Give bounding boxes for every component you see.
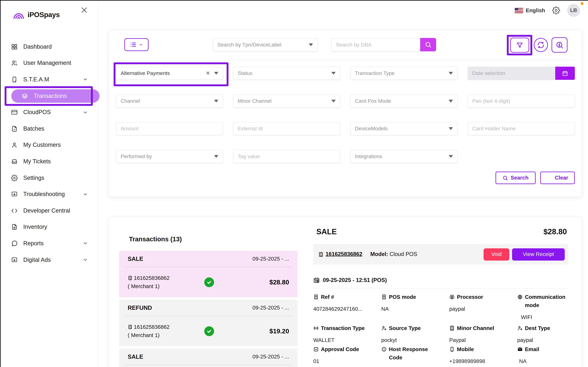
channel-select[interactable]: Channel [116, 94, 223, 108]
sidebar-item-digital-ads[interactable]: Digital Ads [0, 251, 98, 268]
quick-search-button[interactable] [552, 37, 568, 53]
dropdown-caret-icon [214, 155, 218, 158]
chevron-down-icon [83, 110, 88, 115]
sidebar-item-my-tickets[interactable]: My Tickets [0, 153, 98, 170]
amount-input[interactable]: Amount [116, 122, 223, 135]
rainbow-logo-icon [13, 10, 25, 19]
sidebar-item-batches[interactable]: Batches [0, 120, 98, 137]
ipospays-app: iPOSpays Dashboard User Management S.T.E… [0, 0, 588, 367]
window-edge-left [0, 0, 1, 367]
sidebar-item-user-management[interactable]: User Management [0, 55, 98, 71]
minor-channel-select[interactable]: Minor Channel [233, 94, 340, 108]
envelope-icon [517, 347, 523, 352]
code-icon [11, 207, 18, 214]
clear-button[interactable]: Clear [540, 172, 575, 184]
refresh-button[interactable] [534, 38, 548, 52]
transaction-type-select[interactable]: Transaction Type [350, 67, 458, 80]
window-edge-top [0, 0, 588, 1]
integrations-select[interactable]: Integrations [350, 150, 458, 163]
chevron-down-icon [83, 257, 88, 262]
detail-field: Email NA [517, 345, 574, 366]
status-select[interactable]: Status [233, 67, 340, 80]
language-selector[interactable]: English [515, 7, 545, 14]
chevron-down-icon [83, 77, 88, 82]
calendar-button[interactable] [555, 67, 575, 80]
sidebar-item-inventory[interactable]: Inventory [0, 219, 98, 235]
clear-selection-icon[interactable]: ✕ [206, 71, 210, 76]
tag-value-input[interactable]: Tag value [233, 150, 340, 163]
broadcast-icon [313, 325, 319, 331]
dba-search-input[interactable]: Search by DBA [331, 38, 420, 51]
sidebar-item-troubleshooting[interactable]: Troubleshooting [0, 186, 98, 202]
chat-icon [11, 240, 18, 247]
terminal-icon [128, 325, 133, 329]
view-receipt-button[interactable]: View Receipt [512, 248, 565, 260]
external-id-input[interactable]: External Id [233, 122, 340, 135]
calendar-icon [562, 70, 568, 76]
inbox-icon [11, 158, 18, 165]
receipt-icon [381, 294, 387, 300]
sidebar-item-dashboard[interactable]: Dashboard [0, 39, 98, 55]
detail-field: Source Type pockyt [381, 324, 438, 344]
detail-device-strip: 161625836862 Model: Cloud POS Void View … [313, 244, 568, 265]
settings-gear-icon[interactable] [552, 6, 560, 14]
language-label: English [526, 7, 545, 14]
transaction-list-item[interactable]: SALE 09-25-2025 - ... [119, 349, 298, 367]
sidebar-item-settings[interactable]: Settings [0, 170, 98, 186]
detail-field: Mobile +19898989898 [449, 345, 506, 366]
chevron-down-icon [139, 42, 143, 47]
coin-icon [449, 294, 455, 300]
device-model: Cloud POS [389, 251, 417, 257]
transaction-amount: $28.80 [269, 278, 289, 286]
dropdown-caret-icon [449, 155, 453, 158]
date-selection-field[interactable]: Date selection [468, 67, 555, 80]
sidebar-item-transactions[interactable]: Transactions [0, 88, 98, 104]
users-icon [11, 60, 18, 67]
transaction-list-item[interactable]: REFUND 09-25-2025 - ... 161625836862 ( M… [119, 300, 298, 346]
funnel-icon [516, 42, 523, 49]
sidebar-item-my-customers[interactable]: My Customers [0, 137, 98, 153]
refresh-icon [537, 41, 545, 49]
payment-category-select[interactable]: Alternative Payments ✕ [116, 67, 223, 80]
person-arrow-icon [381, 325, 387, 331]
list-view-toggle-button[interactable] [124, 38, 148, 51]
person-arrow-icon [517, 325, 523, 331]
sidebar-item-cloudpos[interactable]: CloudPOS [0, 104, 98, 120]
tpn-number: 161625836862 [134, 275, 170, 281]
void-button[interactable]: Void [484, 248, 509, 260]
search-button[interactable]: Search [495, 172, 536, 184]
transactions-active-pill[interactable]: Transactions [11, 89, 100, 103]
sidebar-item-reports[interactable]: Reports [0, 235, 98, 251]
performed-by-select[interactable]: Performed by [116, 150, 223, 163]
detail-tpn-link[interactable]: 161625836862 [326, 251, 362, 258]
detail-field: Communication mode WIFI [517, 293, 574, 321]
avatar[interactable]: LB [567, 4, 580, 17]
dropdown-caret-icon [449, 127, 453, 130]
dba-search-button[interactable] [420, 38, 436, 51]
receipt-icon [313, 294, 319, 300]
gear-icon [11, 175, 18, 181]
device-models-select[interactable]: DeviceModels [350, 122, 458, 135]
sidebar: iPOSpays Dashboard User Management S.T.E… [0, 0, 98, 367]
card-holder-name-input[interactable]: Card Holder Name [468, 122, 575, 135]
smartphone-icon [11, 76, 18, 83]
approved-check-icon [204, 277, 214, 287]
sidebar-item-steam[interactable]: S.T.E.A.M [0, 71, 98, 88]
sidebar-item-developer-central[interactable]: Developer Central [0, 202, 98, 219]
tpn-search-dropdown[interactable]: Search by Tpn/DeviceLabel [213, 38, 318, 51]
detail-field: POS mode NA [381, 293, 438, 313]
detail-field: Approval Code 01 [313, 345, 370, 366]
detail-field: Minor Channel Paypal [449, 324, 506, 344]
card-pos-mode-select[interactable]: Card Pos Mode [350, 94, 458, 108]
pan-input[interactable]: Pan (last 4-digit) [468, 94, 575, 108]
layers-icon [21, 92, 28, 99]
top-header: English LB [515, 3, 580, 17]
transactions-panel: Transactions (13) SALE 09-25-2025 - ... … [109, 217, 582, 367]
sidebar-close-icon[interactable] [80, 6, 88, 14]
filter-panel: Search by Tpn/DeviceLabel Search by DBA … [109, 30, 582, 197]
dropdown-caret-icon [214, 100, 218, 102]
transaction-list-item[interactable]: SALE 09-25-2025 - ... 161625836862 ( Mer… [119, 251, 298, 297]
dropdown-caret-icon [449, 72, 453, 75]
recording-indicator-dot [581, 2, 583, 5]
filter-button[interactable] [510, 38, 529, 53]
